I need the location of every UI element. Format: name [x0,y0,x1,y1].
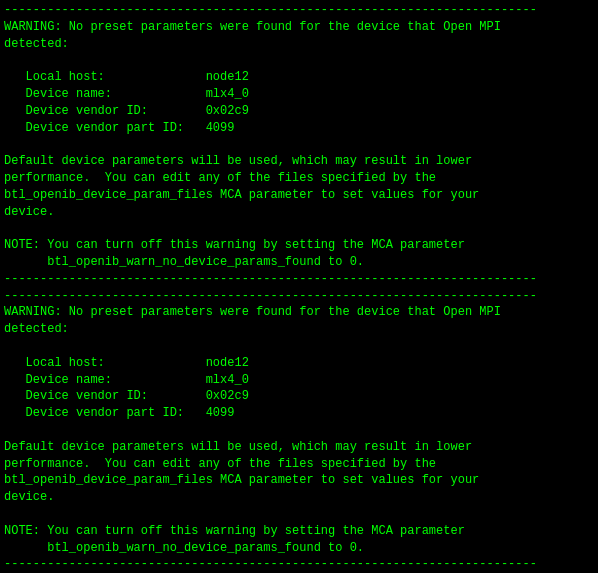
terminal-output: ----------------------------------------… [0,0,598,573]
detected-line-2: detected: [4,321,594,338]
empty-3 [4,220,594,237]
separator-1: ----------------------------------------… [4,2,594,19]
device-vendor-part-id-1: Device vendor part ID: 4099 [4,120,594,137]
device-name-2: Device name: mlx4_0 [4,372,594,389]
warning-line-1: WARNING: No preset parameters were found… [4,19,594,36]
device-name-1: Device name: mlx4_0 [4,86,594,103]
separator-2b: ----------------------------------------… [4,288,594,305]
desc2-2: performance. You can edit any of the fil… [4,456,594,473]
desc1-1: Default device parameters will be used, … [4,153,594,170]
device-vendor-id-1: Device vendor ID: 0x02c9 [4,103,594,120]
note1-1: NOTE: You can turn off this warning by s… [4,237,594,254]
warning-line-2: WARNING: No preset parameters were found… [4,304,594,321]
desc4-2: device. [4,489,594,506]
detected-line-1: detected: [4,36,594,53]
desc4-1: device. [4,204,594,221]
empty-1 [4,52,594,69]
empty-4 [4,338,594,355]
device-vendor-part-id-2: Device vendor part ID: 4099 [4,405,594,422]
separator-3: ----------------------------------------… [4,556,594,573]
note2-2: btl_openib_warn_no_device_params_found t… [4,540,594,557]
local-host-2: Local host: node12 [4,355,594,372]
empty-6 [4,506,594,523]
device-vendor-id-2: Device vendor ID: 0x02c9 [4,388,594,405]
desc3-2: btl_openib_device_param_files MCA parame… [4,472,594,489]
local-host-1: Local host: node12 [4,69,594,86]
desc1-2: Default device parameters will be used, … [4,439,594,456]
note2-1: btl_openib_warn_no_device_params_found t… [4,254,594,271]
empty-5 [4,422,594,439]
empty-2 [4,136,594,153]
desc3-1: btl_openib_device_param_files MCA parame… [4,187,594,204]
note1-2: NOTE: You can turn off this warning by s… [4,523,594,540]
desc2-1: performance. You can edit any of the fil… [4,170,594,187]
separator-2: ----------------------------------------… [4,271,594,288]
